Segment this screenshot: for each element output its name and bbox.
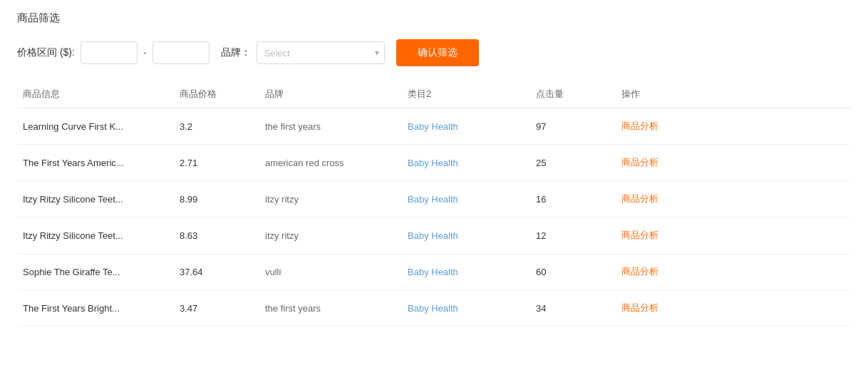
table-row: The First Years Americ... 2.71 american … xyxy=(17,145,851,181)
col-header-product: 商品信息 xyxy=(17,88,174,101)
table-row: Sophie The Giraffe Te... 37.64 vulli Bab… xyxy=(17,254,851,290)
cell-action: 商品分析 xyxy=(616,192,851,205)
table-row: Learning Curve First K... 3.2 the first … xyxy=(17,108,851,145)
cell-brand: the first years xyxy=(259,303,402,314)
product-table: 商品信息 商品价格 品牌 类目2 点击量 操作 Learning Curve F… xyxy=(17,81,851,327)
cell-category: Baby Health xyxy=(402,121,530,132)
cell-product: The First Years Americ... xyxy=(17,158,174,168)
cell-category: Baby Health xyxy=(402,267,530,277)
brand-label: 品牌： xyxy=(221,46,251,59)
table-row: The First Years Bright... 3.47 the first… xyxy=(17,290,851,327)
product-analysis-link[interactable]: 商品分析 xyxy=(621,120,658,131)
filter-bar: 价格区间 ($): - 品牌： Select ▾ 确认筛选 xyxy=(17,39,851,66)
cell-brand: itzy ritzy xyxy=(259,194,402,205)
price-filter-group: 价格区间 ($): - xyxy=(17,41,210,64)
cell-clicks: 16 xyxy=(530,194,616,205)
cell-clicks: 60 xyxy=(530,267,616,277)
price-max-input[interactable] xyxy=(153,41,210,64)
cell-category: Baby Health xyxy=(402,303,530,314)
cell-clicks: 34 xyxy=(530,303,616,314)
cell-price: 37.64 xyxy=(174,267,259,277)
cell-action: 商品分析 xyxy=(616,156,851,169)
cell-brand: american red cross xyxy=(259,158,402,168)
cell-category: Baby Health xyxy=(402,230,530,241)
cell-brand: itzy ritzy xyxy=(259,230,402,241)
page-title: 商品筛选 xyxy=(17,11,851,25)
cell-price: 2.71 xyxy=(174,158,259,168)
product-analysis-link[interactable]: 商品分析 xyxy=(621,193,658,204)
brand-filter-group: 品牌： Select ▾ xyxy=(221,41,385,64)
cell-price: 8.99 xyxy=(174,194,259,205)
price-label: 价格区间 ($): xyxy=(17,46,75,59)
cell-price: 8.63 xyxy=(174,230,259,241)
product-analysis-link[interactable]: 商品分析 xyxy=(621,230,658,240)
table-body: Learning Curve First K... 3.2 the first … xyxy=(17,108,851,327)
cell-category: Baby Health xyxy=(402,194,530,205)
table-row: Itzy Ritzy Silicone Teet... 8.99 itzy ri… xyxy=(17,181,851,217)
cell-price: 3.47 xyxy=(174,303,259,314)
col-header-category: 类目2 xyxy=(402,88,530,101)
cell-brand: vulli xyxy=(259,267,402,277)
col-header-brand: 品牌 xyxy=(259,88,402,101)
product-analysis-link[interactable]: 商品分析 xyxy=(621,157,658,168)
cell-product: The First Years Bright... xyxy=(17,303,174,314)
table-row: Itzy Ritzy Silicone Teet... 8.63 itzy ri… xyxy=(17,217,851,254)
product-analysis-link[interactable]: 商品分析 xyxy=(621,302,658,313)
confirm-filter-button[interactable]: 确认筛选 xyxy=(396,39,479,66)
cell-clicks: 25 xyxy=(530,158,616,168)
cell-clicks: 97 xyxy=(530,121,616,132)
product-analysis-link[interactable]: 商品分析 xyxy=(621,266,658,277)
price-separator: - xyxy=(143,47,147,58)
cell-action: 商品分析 xyxy=(616,229,851,242)
cell-product: Itzy Ritzy Silicone Teet... xyxy=(17,230,174,241)
cell-action: 商品分析 xyxy=(616,302,851,314)
cell-product: Itzy Ritzy Silicone Teet... xyxy=(17,194,174,205)
page-container: 商品筛选 价格区间 ($): - 品牌： Select ▾ 确认筛选 商品信息 … xyxy=(0,0,868,338)
brand-select-wrapper: Select ▾ xyxy=(257,41,385,64)
cell-clicks: 12 xyxy=(530,230,616,241)
price-min-input[interactable] xyxy=(81,41,138,64)
cell-action: 商品分析 xyxy=(616,120,851,133)
col-header-action: 操作 xyxy=(616,88,851,101)
col-header-clicks: 点击量 xyxy=(530,88,616,101)
col-header-price: 商品价格 xyxy=(174,88,259,101)
cell-category: Baby Health xyxy=(402,158,530,168)
table-header-row: 商品信息 商品价格 品牌 类目2 点击量 操作 xyxy=(17,81,851,108)
cell-brand: the first years xyxy=(259,121,402,132)
cell-action: 商品分析 xyxy=(616,265,851,278)
cell-product: Sophie The Giraffe Te... xyxy=(17,267,174,277)
cell-product: Learning Curve First K... xyxy=(17,121,174,132)
brand-select[interactable]: Select xyxy=(257,41,385,64)
cell-price: 3.2 xyxy=(174,121,259,132)
